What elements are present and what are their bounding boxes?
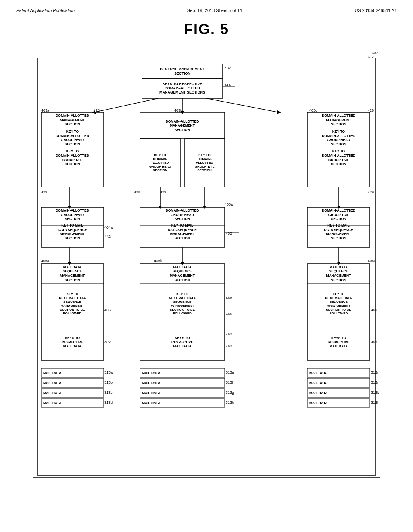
ref-428c: 428 [368,108,374,112]
ref-429b: 429 [160,190,166,194]
ref-313a: 313a [104,370,113,374]
general-mgmt-box: GENERAL MANAGEMENTSECTION [142,64,223,78]
keys-respective-box: KEYS TO RESPECTIVEDOMAIN-ALLOTTEDMANAGEM… [142,78,223,98]
mail-seq-center-key-next: KEY TONEXT MAIL DATASEQUENCEMANAGEMENTSE… [140,284,225,324]
ref-405a: 405a [225,202,233,206]
svg-line-8 [206,98,279,112]
ref-403b: 403b [174,108,182,112]
group-tail-right-box: DOMAIN-ALLOTTEDGROUP TAILSECTION KEY TO … [307,207,370,247]
ref-307: 307 [372,51,378,55]
ref-429a: 429 [41,190,47,194]
ref-406a: 406a [41,259,49,263]
mail-seq-center-keys-respective: KEYS TORESPECTIVEMAIL DATA [140,324,225,360]
group-head-center-box: DOMAIN-ALLOTTEDGROUP HEADSECTION KEY TO … [140,207,225,247]
mail-seq-left-keys-respective: KEYS TORESPECTIVEMAIL DATA [41,324,104,360]
ref-402: 402 [225,66,231,70]
mail-seq-center-top: MAIL DATASEQUENCEMANAGEMENTSECTION [140,264,225,284]
ref-403a: 403a [41,108,49,112]
ref-313f: 313f [226,380,233,384]
ref-406b: 406b [154,259,162,263]
diagram-inner: 307 312 GENERAL MANAGEMENTSECTION 402 KE… [29,50,384,493]
ref-313k: 313k [371,391,379,395]
ref-452: 452 [226,231,232,235]
ref-442: 442 [104,235,111,239]
ref-313l: 313l [371,401,378,405]
page: Patent Application Publication Sep. 19, … [0,0,413,532]
ref-313b: 313b [104,380,113,384]
ref-313h: 313h [226,401,234,405]
domain-allotted-center-key-right: KEY TODOMAIN-ALLOTTEDGROUP TAILSECTION [184,139,225,187]
domain-allotted-right-box: DOMAIN-ALLOTTEDMANAGEMENTSECTION KEY TOD… [307,112,370,187]
ref-403c: 403c [309,108,317,112]
domain-allotted-center-key-left: KEY TODOMAIN-ALLOTTEDGROUP HEADSECTION [140,139,180,187]
ref-462d: 462 [371,340,377,344]
mail-seq-left-key-next: KEY TONEXT MAIL DATASEQUENCEMANAGEMENTSE… [41,284,104,324]
ref-466a: 466 [104,308,111,312]
mail-data-313k: MAIL DATA [307,389,370,397]
ref-466b: 466 [226,296,232,300]
main-diagram: 307 312 GENERAL MANAGEMENTSECTION 402 KE… [29,50,384,493]
mail-data-313l: MAIL DATA [307,399,370,407]
page-header: Patent Application Publication Sep. 19, … [16,8,397,13]
mail-data-313f: MAIL DATA [140,378,225,387]
mail-data-313b: MAIL DATA [41,378,104,387]
mail-seq-right-keys-respective: KEYS TORESPECTIVEMAIL DATA [307,324,370,360]
mail-data-313h: MAIL DATA [140,399,225,407]
ref-414: 414 [225,83,231,87]
mail-data-313g: MAIL DATA [140,389,225,397]
domain-allotted-left-box: DOMAIN-ALLOTTEDMANAGEMENTSECTION KEY TOD… [41,112,104,187]
ref-466d: 466 [371,308,377,312]
figure-title: FIG. 5 [16,21,397,38]
ref-312: 312 [368,55,374,59]
ref-313i: 313i [371,370,378,374]
domain-allotted-center-box: DOMAIN-ALLOTTEDMANAGEMENTSECTION [140,112,225,139]
mail-data-313d: MAIL DATA [41,399,104,407]
ref-462c: 462 [226,344,232,348]
ref-466c: 466 [226,312,232,316]
mail-data-313c: MAIL DATA [41,389,104,397]
ref-313j: 313j [371,380,378,384]
mail-seq-right-key-next: KEY TONEXT MAIL DATASEQUENCEMANAGEMENTSE… [307,284,370,324]
ref-313d: 313d [104,401,113,405]
ref-462b: 462 [226,332,232,336]
group-head-left-box: DOMAIN-ALLOTTEDGROUP HEADSECTION KEY TO … [41,207,104,247]
mail-seq-right-top: MAIL DATASEQUENCEMANAGEMENTSECTION [307,264,370,284]
mail-data-313j: MAIL DATA [307,378,370,387]
ref-313c: 313c [104,391,113,395]
ref-428a: 428 [94,108,100,112]
header-left: Patent Application Publication [16,8,75,13]
mail-data-313e: MAIL DATA [140,368,225,377]
ref-313e: 313e [226,370,234,374]
mail-data-313a: MAIL DATA [41,368,104,377]
ref-429c: 429 [368,190,374,194]
header-right: US 2013/0246541 A1 [355,8,397,13]
ref-313g: 313g [226,391,234,395]
ref-406c: 406c [368,259,376,263]
svg-line-6 [94,98,158,112]
ref-404a: 404a [104,225,113,229]
ref-428b: 428 [134,190,140,194]
mail-data-313i: MAIL DATA [307,368,370,377]
header-center: Sep. 19, 2013 Sheet 5 of 11 [187,8,242,13]
mail-seq-left-top: MAIL DATASEQUENCEMANAGEMENTSECTION [41,264,104,284]
ref-462a: 462 [104,340,111,344]
